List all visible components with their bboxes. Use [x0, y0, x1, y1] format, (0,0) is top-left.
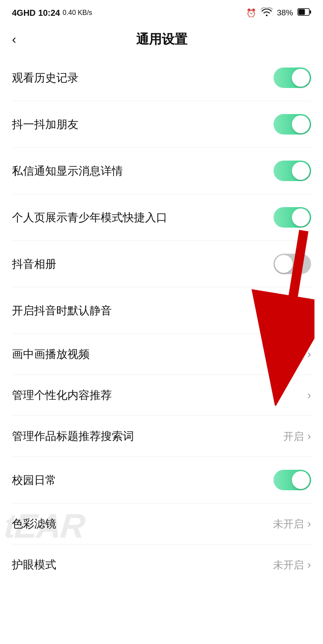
chevron-icon-personalized: ›	[307, 389, 311, 402]
setting-item-pip[interactable]: 画中画播放视频 ›	[12, 334, 311, 375]
wifi-icon	[261, 7, 273, 19]
setting-item-watch-history: 观看历史记录	[12, 55, 311, 101]
setting-right-shake-add-friends	[274, 114, 311, 135]
setting-right-dm-notification	[274, 161, 311, 181]
setting-right-default-mute	[274, 300, 311, 321]
settings-list: 观看历史记录 抖一抖加朋友 私信通知显示消息详情 个人页展示青少年模式快捷入口	[0, 55, 323, 585]
setting-item-youth-mode: 个人页展示青少年模式快捷入口	[12, 194, 311, 241]
setting-item-shake-add-friends: 抖一抖加朋友	[12, 101, 311, 148]
setting-label-color-filter: 色彩滤镜	[12, 516, 56, 531]
page-title: 通用设置	[136, 31, 187, 48]
setting-item-campus: 校园日常	[12, 457, 311, 503]
speed-display: 0.40 KB/s	[63, 9, 92, 17]
chevron-icon-pip: ›	[307, 348, 311, 361]
setting-label-dm-notification: 私信通知显示消息详情	[12, 164, 123, 179]
setting-right-color-filter: 未开启 ›	[273, 517, 311, 531]
toggle-campus[interactable]	[274, 470, 311, 490]
setting-item-personalized-content[interactable]: 管理个性化内容推荐 ›	[12, 375, 311, 416]
time-display: 10:24	[38, 8, 60, 18]
chevron-icon-color-filter: ›	[307, 517, 311, 530]
battery-icon	[297, 8, 311, 18]
setting-item-color-filter[interactable]: 色彩滤镜 未开启 ›	[12, 503, 311, 544]
setting-right-title-suggest: 开启 ›	[283, 430, 311, 443]
toggle-default-mute[interactable]	[274, 300, 311, 321]
setting-label-album: 抖音相册	[12, 257, 56, 272]
back-button[interactable]: ‹	[12, 33, 16, 46]
setting-right-watch-history	[274, 67, 311, 88]
setting-label-watch-history: 观看历史记录	[12, 70, 79, 85]
setting-right-personalized-content: ›	[307, 389, 311, 402]
header: ‹ 通用设置	[0, 24, 323, 55]
status-left: 4GHD 10:24 0.40 KB/s	[12, 8, 92, 18]
chevron-icon-eye-protection: ›	[307, 558, 311, 571]
setting-value-eye-protection: 未开启	[273, 558, 304, 572]
svg-rect-1	[310, 10, 311, 14]
setting-label-pip: 画中画播放视频	[12, 347, 90, 362]
setting-item-default-mute: 开启抖音时默认静音	[12, 287, 311, 334]
setting-right-eye-protection: 未开启 ›	[273, 558, 311, 572]
toggle-album[interactable]	[274, 254, 311, 274]
status-bar: 4GHD 10:24 0.40 KB/s ⏰ 38%	[0, 0, 323, 24]
setting-label-title-suggest: 管理作品标题推荐搜索词	[12, 429, 134, 444]
setting-label-shake-add-friends: 抖一抖加朋友	[12, 117, 79, 132]
status-right: ⏰ 38%	[246, 7, 311, 19]
setting-right-campus	[274, 470, 311, 490]
battery-display: 38%	[277, 8, 293, 18]
setting-value-color-filter: 未开启	[273, 517, 304, 531]
setting-label-youth-mode: 个人页展示青少年模式快捷入口	[12, 210, 167, 225]
setting-item-eye-protection[interactable]: 护眼模式 未开启 ›	[12, 544, 311, 585]
chevron-icon-title-suggest: ›	[307, 430, 311, 443]
setting-right-youth-mode	[274, 207, 311, 228]
toggle-dm-notification[interactable]	[274, 161, 311, 181]
setting-label-campus: 校园日常	[12, 473, 56, 488]
setting-item-title-suggest[interactable]: 管理作品标题推荐搜索词 开启 ›	[12, 416, 311, 457]
setting-right-album	[274, 254, 311, 274]
toggle-watch-history[interactable]	[274, 67, 311, 88]
setting-item-album: 抖音相册	[12, 241, 311, 287]
alarm-icon: ⏰	[246, 8, 256, 18]
setting-right-pip: ›	[307, 348, 311, 361]
network-indicator: 4GHD	[12, 8, 36, 18]
setting-label-default-mute: 开启抖音时默认静音	[12, 303, 112, 318]
setting-label-personalized-content: 管理个性化内容推荐	[12, 388, 112, 403]
setting-value-title-suggest: 开启	[283, 430, 304, 443]
setting-item-dm-notification: 私信通知显示消息详情	[12, 148, 311, 194]
setting-label-eye-protection: 护眼模式	[12, 557, 56, 572]
toggle-youth-mode[interactable]	[274, 207, 311, 228]
toggle-shake-add-friends[interactable]	[274, 114, 311, 135]
svg-rect-2	[299, 9, 305, 15]
